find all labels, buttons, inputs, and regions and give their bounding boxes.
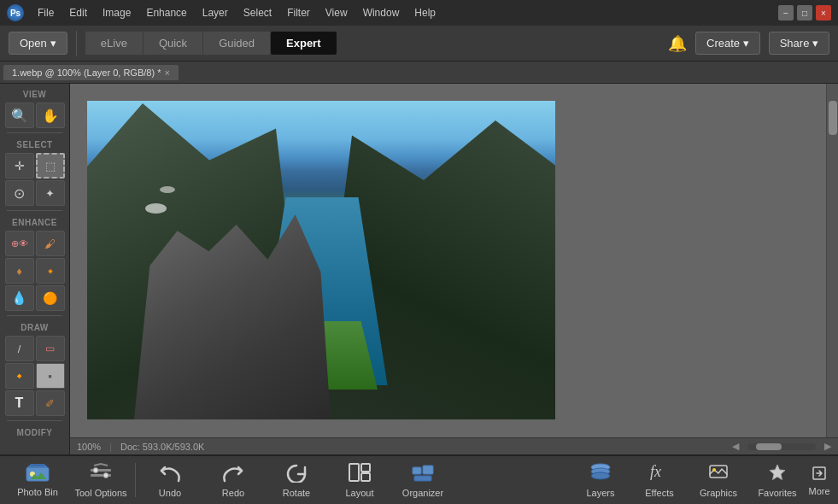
redo-icon [221,462,245,486]
type-tool[interactable]: T [5,390,34,416]
marquee-tool[interactable]: ⬚ [36,153,65,179]
effects-button[interactable]: fx Effects [630,458,689,502]
photo-bin-icon [26,463,50,485]
zoom-tool[interactable]: 🔍 [5,103,34,128]
hand-tool[interactable]: ✋ [36,103,65,128]
close-button[interactable]: × [816,5,831,21]
lasso-tool[interactable]: ⊙ [5,180,34,206]
maximize-button[interactable]: □ [797,5,812,21]
open-button[interactable]: Open ▾ [9,32,67,55]
menu-file[interactable]: File [31,5,61,21]
draw-section-label: DRAW [3,320,66,334]
layout-icon [348,462,372,486]
graphics-label: Graphics [700,488,737,498]
title-bar: Ps File Edit Image Enhance Layer Select … [0,0,838,26]
svg-point-5 [93,468,98,473]
undo-icon [158,462,182,486]
menu-enhance[interactable]: Enhance [139,5,193,21]
layout-button[interactable]: Layout [329,458,390,502]
document-tab-bar: 1.webp @ 100% (Layer 0, RGB/8) * × [0,62,838,84]
svg-rect-11 [413,467,421,474]
enhance-section-label: ENHANCE [3,215,66,229]
undo-label: Undo [159,488,181,498]
undo-button[interactable]: Undo [139,458,201,502]
document-tab[interactable]: 1.webp @ 100% (Layer 0, RGB/8) * × [3,65,179,80]
document-tab-close[interactable]: × [164,67,169,78]
svg-rect-9 [361,464,370,472]
layers-icon [589,462,612,486]
bottom-separator-1 [135,463,136,497]
notification-bell-icon[interactable]: 🔔 [668,34,687,53]
tool-options-button[interactable]: Tool Options [70,458,132,502]
svg-point-7 [103,473,108,478]
title-bar-left: Ps File Edit Image Enhance Layer Select … [7,4,442,21]
menu-layer[interactable]: Layer [196,5,235,21]
scroll-right-icon[interactable]: ▶ [824,441,831,452]
layers-button[interactable]: Layers [571,458,630,502]
menu-image[interactable]: Image [96,5,138,21]
clone-stamp-tool[interactable]: 🔸 [5,363,34,389]
svg-rect-2 [30,464,45,466]
smart-brush-tool[interactable]: 🖌 [36,231,65,256]
eraser-tool[interactable]: ▭ [36,336,65,361]
blur-tool[interactable]: 🔸 [36,258,65,284]
menu-view[interactable]: View [319,5,355,21]
doc-size: Doc: 593.0K/593.0K [120,442,204,452]
favorites-button[interactable]: Favorites [748,458,806,502]
organizer-button[interactable]: Organizer [392,458,454,502]
red-eye-tool[interactable]: ⊕👁 [5,231,34,256]
menu-filter[interactable]: Filter [280,5,317,21]
snow-patch-2 [160,186,175,193]
layout-label: Layout [345,488,373,498]
more-button[interactable]: More [807,458,831,502]
menu-edit[interactable]: Edit [62,5,94,21]
bottom-panel: Photo Bin Tool Options Undo [0,454,838,504]
snow-patch-1 [145,203,167,214]
photo-bin-button[interactable]: Photo Bin [7,458,68,502]
tab-expert[interactable]: Expert [271,32,336,55]
magic-wand-tool[interactable]: ✦ [36,180,65,206]
menu-select[interactable]: Select [237,5,278,21]
create-button[interactable]: Create ▾ [695,32,760,55]
share-button[interactable]: Share ▾ [769,32,829,55]
pencil-tool[interactable]: / [5,336,34,361]
graphics-icon [707,462,730,486]
rotate-button[interactable]: Rotate [266,458,327,502]
redo-label: Redo [222,488,244,498]
vertical-scrollbar[interactable] [826,84,838,437]
favorites-label: Favorites [758,488,796,498]
more-icon [812,464,827,486]
more-label: More [808,486,829,496]
dodge-tool[interactable]: ♦ [5,258,34,284]
tool-separator-2 [7,210,62,211]
modify-section-label: MODIFY [3,425,66,439]
scroll-left-icon[interactable]: ◀ [732,441,739,452]
organizer-icon [411,462,435,486]
share-arrow-icon: ▾ [812,37,818,50]
minimize-button[interactable]: − [778,5,794,21]
scrollbar-thumb-v [829,101,837,135]
enhance-tools-row-1: ⊕👁 🖌 [3,231,66,256]
canvas-scroll-area[interactable] [70,84,838,437]
organizer-label: Organizer [402,488,443,498]
menu-window[interactable]: Window [356,5,407,21]
sponge-tool[interactable]: 💧 [5,285,34,311]
view-tools-row: 🔍 ✋ [3,103,66,128]
svg-rect-12 [423,466,433,474]
tab-quick[interactable]: Quick [144,32,202,55]
toolbar-separator [76,31,77,56]
redo-button[interactable]: Redo [202,458,264,502]
menu-help[interactable]: Help [407,5,442,21]
create-arrow-icon: ▾ [743,37,749,50]
smudge-tool[interactable]: 🟠 [36,285,65,311]
graphics-button[interactable]: Graphics [689,458,747,502]
menu-bar: File Edit Image Enhance Layer Select Fil… [31,5,442,21]
custom-shape-tool[interactable]: ✐ [36,390,65,416]
rectangle-tool[interactable]: ▪ [36,363,65,389]
tab-elive[interactable]: eLive [85,32,143,55]
tab-guided[interactable]: Guided [203,32,270,55]
move-tool[interactable]: ✛ [5,153,34,179]
view-section-label: VIEW [3,87,66,101]
tool-options-icon [89,462,113,486]
enhance-tools-row-3: 💧 🟠 [3,285,66,311]
